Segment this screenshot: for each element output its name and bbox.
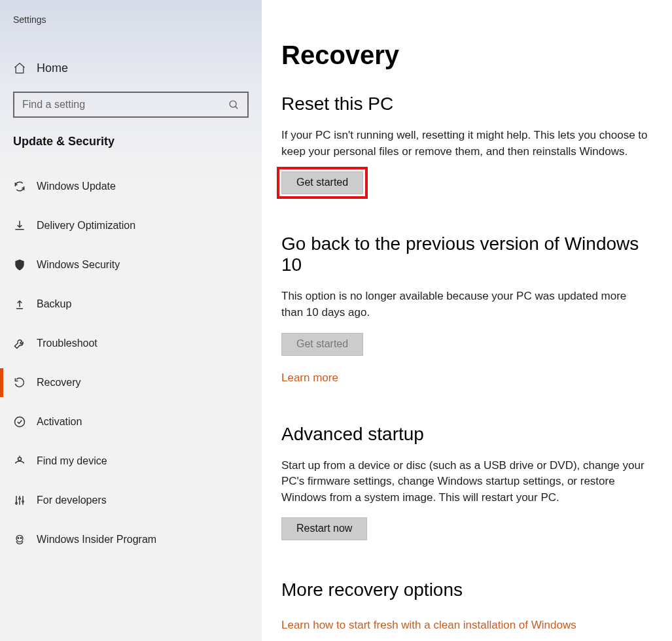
goback-learn-more-link[interactable]: Learn more: [281, 372, 338, 385]
sidebar-item-label: Recovery: [37, 377, 81, 389]
sidebar-item-label: Delivery Optimization: [37, 220, 135, 232]
svg-point-2: [18, 457, 22, 460]
recovery-icon: [13, 376, 37, 389]
advanced-restart-button[interactable]: Restart now: [281, 517, 367, 540]
sidebar-item-windows-security[interactable]: Windows Security: [0, 245, 262, 285]
sidebar-item-windows-update[interactable]: Windows Update: [0, 167, 262, 206]
home-icon: [13, 61, 37, 75]
sidebar-item-label: Windows Update: [37, 181, 116, 192]
reset-heading: Reset this PC: [281, 94, 652, 114]
advanced-heading: Advanced startup: [281, 424, 652, 445]
settings-app: Settings Home Update & Security: [0, 0, 672, 641]
sidebar-item-recovery[interactable]: Recovery: [0, 363, 262, 402]
check-circle-icon: [13, 415, 37, 428]
backup-icon: [13, 298, 37, 311]
home-nav-item[interactable]: Home: [0, 48, 262, 88]
svg-point-3: [16, 502, 18, 504]
sidebar-item-windows-insider[interactable]: Windows Insider Program: [0, 520, 262, 559]
sidebar-item-activation[interactable]: Activation: [0, 402, 262, 442]
location-icon: [13, 455, 37, 468]
shield-icon: [13, 258, 37, 271]
sidebar-item-label: Find my device: [37, 455, 107, 467]
more-section: More recovery options Learn how to start…: [281, 580, 652, 632]
svg-point-0: [230, 101, 236, 107]
search-box[interactable]: [13, 92, 249, 118]
reset-body: If your PC isn't running well, resetting…: [281, 128, 648, 160]
sidebar-item-label: Backup: [37, 298, 71, 310]
svg-point-6: [16, 535, 23, 542]
window-title: Settings: [0, 7, 262, 33]
download-icon: [13, 219, 37, 232]
advanced-body: Start up from a device or disc (such as …: [281, 458, 648, 506]
advanced-section: Advanced startup Start up from a device …: [281, 424, 652, 541]
svg-point-1: [15, 417, 25, 427]
insider-icon: [13, 533, 37, 546]
sidebar-item-for-developers[interactable]: For developers: [0, 481, 262, 520]
page-title: Recovery: [281, 41, 652, 70]
sidebar-item-backup[interactable]: Backup: [0, 285, 262, 324]
svg-point-8: [20, 538, 22, 539]
section-title: Update & Security: [0, 118, 262, 158]
settings-sidebar: Settings Home Update & Security: [0, 0, 262, 641]
svg-point-7: [18, 538, 19, 539]
sidebar-item-label: Windows Insider Program: [37, 534, 156, 546]
sliders-icon: [13, 494, 37, 507]
wrench-icon: [13, 337, 37, 350]
more-link[interactable]: Learn how to start fresh with a clean in…: [281, 619, 576, 632]
sync-icon: [13, 180, 37, 193]
reset-get-started-button[interactable]: Get started: [281, 171, 363, 194]
goback-body: This option is no longer available becau…: [281, 288, 648, 320]
sidebar-item-delivery-optimization[interactable]: Delivery Optimization: [0, 206, 262, 245]
sidebar-item-troubleshoot[interactable]: Troubleshoot: [0, 324, 262, 363]
home-label: Home: [37, 61, 68, 75]
main-content: Recovery Reset this PC If your PC isn't …: [262, 0, 672, 641]
sidebar-item-find-my-device[interactable]: Find my device: [0, 442, 262, 481]
goback-section: Go back to the previous version of Windo…: [281, 234, 652, 384]
svg-point-4: [19, 498, 21, 500]
reset-section: Reset this PC If your PC isn't running w…: [281, 94, 652, 194]
goback-heading: Go back to the previous version of Windo…: [281, 234, 652, 275]
sidebar-item-label: Windows Security: [37, 259, 120, 271]
search-input[interactable]: [22, 99, 228, 111]
sidebar-item-label: For developers: [37, 494, 107, 506]
search-icon: [228, 99, 239, 111]
sidebar-item-label: Troubleshoot: [37, 338, 97, 349]
more-heading: More recovery options: [281, 580, 652, 600]
svg-point-5: [22, 500, 24, 502]
nav-list: Windows Update Delivery Optimization Win…: [0, 167, 262, 559]
sidebar-item-label: Activation: [37, 416, 82, 428]
goback-get-started-button: Get started: [281, 333, 363, 356]
